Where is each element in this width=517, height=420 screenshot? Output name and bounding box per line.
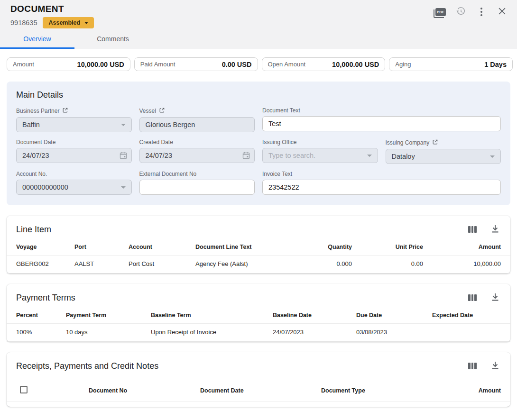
column-header[interactable]: Account	[125, 237, 192, 256]
field-label: External Document No	[139, 171, 197, 177]
field-label: Invoice Text	[262, 171, 292, 177]
field-label: Vessel	[139, 108, 156, 114]
summary-cards: Amount 10,000.00 USD Paid Amount 0.00 US…	[7, 57, 513, 71]
document-text-input[interactable]	[262, 116, 501, 131]
line-item-section: Line Item Voyage Port Accou	[7, 216, 510, 274]
column-header[interactable]: Unit Price	[356, 237, 427, 256]
select-all-checkbox[interactable]	[20, 386, 28, 393]
download-button[interactable]	[489, 292, 501, 303]
history-icon	[456, 6, 466, 18]
columns-button[interactable]	[467, 292, 478, 303]
section-title-payment-terms: Payment Terms	[16, 293, 75, 303]
table-header-row: Voyage Port Account Document Line Text Q…	[7, 237, 510, 256]
close-button[interactable]	[496, 6, 508, 18]
more-options-button[interactable]	[476, 6, 487, 18]
column-header[interactable]: Due Date	[352, 305, 428, 324]
receipts-section: Receipts, Payments and Credit Notes	[7, 352, 510, 407]
document-meta: 9918635 Assembled	[10, 17, 94, 28]
cell-port: AALST	[71, 256, 125, 274]
field-label: Issuing Office	[262, 139, 296, 146]
column-header[interactable]: Quantity	[299, 237, 356, 256]
column-header[interactable]: Percent	[7, 305, 62, 324]
created-date-field[interactable]	[139, 148, 255, 163]
column-header[interactable]: Baseline Term	[147, 305, 269, 324]
field-issuing-office: Issuing Office	[262, 139, 378, 164]
table-row[interactable]: 100% 10 days Upon Receipt of Invoice 24/…	[7, 324, 510, 342]
column-header[interactable]: Voyage	[7, 237, 71, 256]
field-label: Issuing Company	[386, 139, 430, 146]
pdf-icon: PDF	[435, 8, 446, 16]
issuing-office-select[interactable]	[262, 148, 378, 163]
header-actions: PDF	[435, 6, 508, 18]
main-details-grid: Business Partner Vessel	[16, 107, 501, 195]
cell-baseline-term: Upon Receipt of Invoice	[147, 324, 269, 342]
cell-voyage: GBERG002	[7, 256, 71, 274]
cell-document-line-text: Agency Fee (Aalst)	[192, 256, 299, 274]
field-vessel: Vessel	[139, 107, 255, 132]
external-link-icon[interactable]	[432, 139, 438, 146]
table-header-row: Percent Payment Term Baseline Term Basel…	[7, 305, 510, 324]
download-icon	[491, 293, 499, 303]
history-button[interactable]	[455, 6, 467, 18]
business-partner-select[interactable]	[16, 117, 132, 132]
account-no-select[interactable]	[16, 180, 132, 195]
cell-baseline-date: 24/07/2023	[269, 324, 352, 342]
download-button[interactable]	[489, 360, 501, 372]
column-header[interactable]: Document Line Text	[192, 237, 299, 256]
section-title-receipts: Receipts, Payments and Credit Notes	[16, 361, 158, 371]
column-header[interactable]: Document Date	[196, 374, 317, 402]
download-icon	[491, 225, 499, 235]
summary-value: 10,000.00 USD	[77, 61, 124, 68]
columns-button[interactable]	[467, 360, 478, 372]
field-label: Account No.	[16, 171, 47, 177]
cell-account: Port Cost	[125, 256, 192, 274]
column-header[interactable]: Document Type	[317, 374, 441, 402]
issuing-company-select[interactable]	[386, 149, 501, 164]
document-date-field[interactable]	[16, 148, 132, 163]
table-row[interactable]: GBERG002 AALST Port Cost Agency Fee (Aal…	[7, 256, 510, 274]
summary-value: 10,000.00 USD	[332, 61, 379, 68]
cell-due-date: 03/08/2023	[352, 324, 428, 342]
line-item-table: Voyage Port Account Document Line Text Q…	[7, 237, 510, 274]
receipts-table: Document No Document Date Document Type …	[7, 374, 510, 402]
cell-payment-term: 10 days	[62, 324, 147, 342]
external-link-icon[interactable]	[159, 107, 165, 115]
field-document-text: Document Text	[262, 107, 501, 132]
summary-card-paid-amount: Paid Amount 0.00 USD	[134, 57, 258, 71]
export-pdf-button[interactable]: PDF	[435, 6, 446, 18]
column-header[interactable]: Amount	[427, 237, 510, 256]
field-label: Document Date	[16, 139, 55, 146]
kebab-menu-icon	[480, 8, 482, 16]
column-header[interactable]: Amount	[441, 374, 510, 402]
field-external-document-no: External Document No	[139, 171, 255, 195]
section-title-main-details: Main Details	[16, 90, 501, 100]
vessel-field[interactable]	[139, 117, 255, 132]
document-number: 9918635	[10, 19, 37, 27]
field-account-no: Account No.	[16, 171, 132, 195]
invoice-text-input[interactable]	[262, 180, 501, 195]
summary-value: 0.00 USD	[222, 61, 252, 68]
column-header[interactable]: Document No	[85, 374, 196, 402]
summary-label: Amount	[13, 61, 34, 68]
field-business-partner: Business Partner	[16, 107, 132, 132]
tab-overview[interactable]: Overview	[0, 30, 74, 49]
download-button[interactable]	[489, 224, 501, 235]
column-header[interactable]: Expected Date	[428, 305, 510, 324]
tab-comments[interactable]: Comments	[74, 30, 151, 49]
payment-terms-table: Percent Payment Term Baseline Term Basel…	[7, 305, 510, 342]
main-details-section: Main Details Business Partner Vessel	[7, 82, 510, 205]
cell-unit-price: 0.00	[356, 256, 427, 274]
status-badge[interactable]: Assembled	[43, 17, 94, 28]
column-header[interactable]: Payment Term	[62, 305, 147, 324]
column-header[interactable]: Port	[71, 237, 125, 256]
external-document-no-input[interactable]	[139, 180, 255, 195]
external-link-icon[interactable]	[62, 107, 68, 115]
cell-percent: 100%	[7, 324, 62, 342]
column-header[interactable]: Baseline Date	[269, 305, 352, 324]
cell-quantity: 0.000	[299, 256, 356, 274]
columns-icon	[468, 363, 477, 369]
summary-label: Aging	[395, 61, 411, 68]
field-label: Document Text	[262, 107, 300, 114]
columns-button[interactable]	[467, 224, 478, 235]
status-badge-label: Assembled	[48, 19, 80, 26]
